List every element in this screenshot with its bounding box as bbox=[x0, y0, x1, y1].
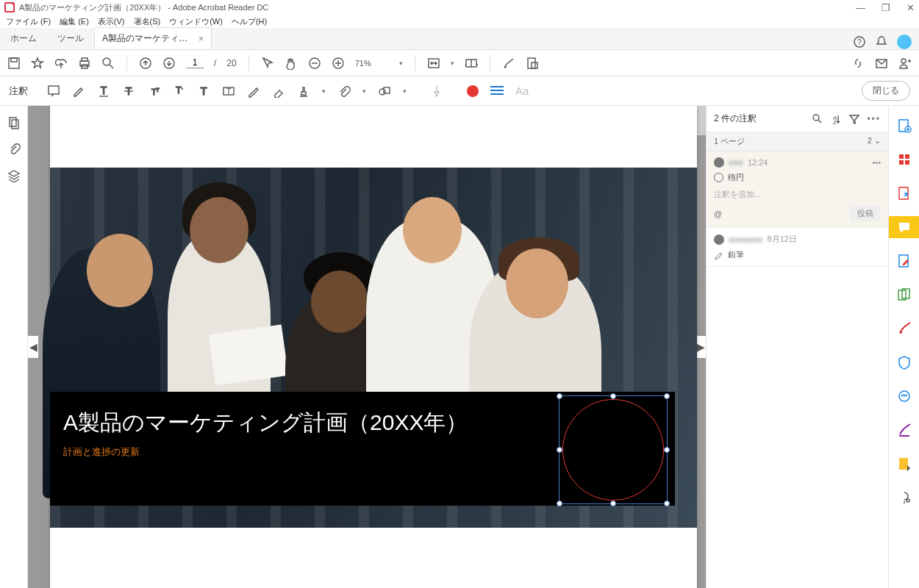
comment-item[interactable]: ■■■ 12:24 ••• 楕円 注釈を追加... @ 投稿 bbox=[707, 151, 888, 228]
layers-icon[interactable] bbox=[7, 169, 21, 182]
fit-dropdown-icon[interactable]: ▾ bbox=[451, 60, 454, 67]
mail-icon[interactable] bbox=[875, 57, 888, 70]
search-comments-icon[interactable] bbox=[812, 113, 823, 124]
menu-window[interactable]: ウィンドウ(W) bbox=[169, 16, 223, 27]
document-viewport[interactable]: ◀ ▶ A製品のマーケティング計画（20XX年） 計画と進捗の更新 bbox=[28, 106, 706, 588]
upload-cloud-icon[interactable] bbox=[54, 57, 68, 70]
insert-text-icon[interactable]: T bbox=[172, 85, 185, 98]
oval-annotation-selected[interactable] bbox=[559, 395, 668, 504]
menu-sign[interactable]: 署名(S) bbox=[134, 16, 161, 27]
textbox-icon[interactable]: T bbox=[222, 85, 235, 98]
pencil-icon[interactable] bbox=[247, 85, 260, 98]
eraser-icon[interactable] bbox=[272, 85, 285, 98]
comment-item[interactable]: ■■■■■■■ 8月12日 鉛筆 bbox=[707, 228, 888, 267]
sort-icon[interactable]: AZ bbox=[830, 113, 841, 124]
attach-dropdown-icon[interactable]: ▾ bbox=[362, 87, 366, 95]
next-page-icon[interactable] bbox=[162, 57, 176, 70]
stamp-dropdown-icon[interactable]: ▾ bbox=[322, 87, 326, 95]
tab-document[interactable]: A製品のマーケティング... × bbox=[94, 27, 212, 49]
zoom-dropdown-icon[interactable]: ▾ bbox=[399, 60, 403, 67]
comment-type: 楕円 bbox=[728, 172, 744, 183]
hand-icon[interactable] bbox=[285, 57, 298, 70]
tool-export[interactable] bbox=[889, 182, 919, 204]
share-person-icon[interactable] bbox=[898, 57, 912, 70]
search-icon[interactable] bbox=[101, 57, 115, 70]
close-window-button[interactable]: ✕ bbox=[907, 2, 915, 13]
comments-page-row[interactable]: 1 ページ 2 ⌄ bbox=[707, 132, 888, 151]
attach-icon[interactable] bbox=[337, 85, 351, 98]
maximize-button[interactable]: ❐ bbox=[882, 2, 890, 13]
line-thickness-icon[interactable] bbox=[490, 86, 504, 96]
tab-close-icon[interactable]: × bbox=[199, 34, 204, 44]
tab-tools[interactable]: ツール bbox=[47, 28, 94, 49]
read-mode-icon[interactable] bbox=[465, 57, 478, 70]
star-icon[interactable] bbox=[31, 57, 44, 70]
sign-pen-icon[interactable] bbox=[502, 57, 515, 70]
pointer-icon[interactable] bbox=[261, 57, 274, 70]
more-icon[interactable]: ••• bbox=[867, 114, 881, 124]
strikethrough-icon[interactable]: T bbox=[122, 85, 135, 98]
page-number-input[interactable] bbox=[186, 57, 204, 68]
stamp-icon[interactable] bbox=[297, 85, 310, 98]
color-swatch[interactable] bbox=[467, 85, 479, 97]
page-total: 20 bbox=[226, 58, 236, 68]
print-icon[interactable] bbox=[78, 57, 91, 70]
filter-icon[interactable] bbox=[848, 113, 859, 124]
tool-fill-sign[interactable] bbox=[889, 419, 919, 441]
tool-create-pdf[interactable] bbox=[889, 115, 919, 137]
close-panel-button[interactable]: 閉じる bbox=[862, 81, 910, 101]
svg-rect-29 bbox=[10, 118, 16, 126]
menu-edit[interactable]: 編集 (E) bbox=[60, 16, 89, 27]
fit-width-icon[interactable] bbox=[427, 57, 440, 70]
pin-icon[interactable] bbox=[430, 85, 443, 98]
font-label[interactable]: Aa bbox=[515, 85, 529, 97]
tool-comment[interactable] bbox=[889, 216, 919, 238]
main-area: ◀ ▶ A製品のマーケティング計画（20XX年） 計画と進捗の更新 bbox=[0, 106, 919, 588]
tool-stamp[interactable] bbox=[889, 385, 919, 407]
attachments-icon[interactable] bbox=[7, 143, 21, 156]
tool-more[interactable] bbox=[889, 487, 919, 509]
save-icon[interactable] bbox=[7, 57, 21, 70]
avatar[interactable] bbox=[897, 35, 912, 49]
tool-organize[interactable] bbox=[889, 148, 919, 171]
post-button[interactable]: 投稿 bbox=[850, 206, 881, 221]
menu-bar: ファイル (F) 編集 (E) 表示(V) 署名(S) ウィンドウ(W) ヘルプ… bbox=[0, 15, 919, 28]
zoom-in-icon[interactable] bbox=[332, 57, 345, 70]
tool-protect[interactable] bbox=[889, 351, 919, 373]
zoom-out-icon[interactable] bbox=[308, 57, 321, 70]
bell-icon[interactable] bbox=[875, 35, 888, 49]
link-share-icon[interactable] bbox=[851, 57, 865, 70]
status-dot-icon bbox=[714, 157, 724, 168]
comment-time: 12:24 bbox=[748, 158, 768, 167]
shapes-icon[interactable] bbox=[378, 85, 391, 98]
tool-edit[interactable] bbox=[889, 250, 919, 272]
app-icon bbox=[4, 2, 15, 12]
tab-home[interactable]: ホーム bbox=[0, 28, 47, 49]
svg-text:T: T bbox=[156, 87, 160, 93]
add-comment-input[interactable]: 注釈を追加... bbox=[714, 189, 881, 200]
menu-view[interactable]: 表示(V) bbox=[98, 16, 125, 27]
tool-combine[interactable] bbox=[889, 284, 919, 306]
tool-sign[interactable] bbox=[889, 318, 919, 340]
thumbnails-icon[interactable] bbox=[7, 116, 21, 129]
comment-more-icon[interactable]: ••• bbox=[872, 158, 881, 167]
stamp-document-icon[interactable] bbox=[526, 57, 539, 70]
annotation-toolbar: 注釈 T T TT T T T ▾ ▾ ▾ Aa 閉じる bbox=[0, 76, 919, 106]
sticky-note-icon[interactable] bbox=[47, 85, 60, 98]
text-tool-icon[interactable]: T bbox=[197, 85, 210, 98]
underline-text-icon[interactable]: T bbox=[97, 85, 110, 98]
tool-send[interactable] bbox=[889, 453, 919, 475]
prev-page-arrow[interactable]: ◀ bbox=[28, 336, 38, 358]
mention-button[interactable]: @ bbox=[714, 209, 722, 218]
minimize-button[interactable]: — bbox=[856, 2, 865, 13]
menu-help[interactable]: ヘルプ(H) bbox=[232, 16, 267, 27]
zoom-level[interactable]: 71% bbox=[355, 59, 389, 68]
replace-text-icon[interactable]: TT bbox=[147, 85, 160, 98]
svg-rect-30 bbox=[12, 120, 18, 129]
prev-page-icon[interactable] bbox=[139, 57, 152, 70]
menu-file[interactable]: ファイル (F) bbox=[6, 16, 51, 27]
highlight-icon[interactable] bbox=[72, 85, 85, 98]
shapes-dropdown-icon[interactable]: ▾ bbox=[403, 87, 407, 95]
help-icon[interactable]: ? bbox=[853, 35, 866, 49]
next-page-arrow[interactable]: ▶ bbox=[695, 336, 706, 358]
